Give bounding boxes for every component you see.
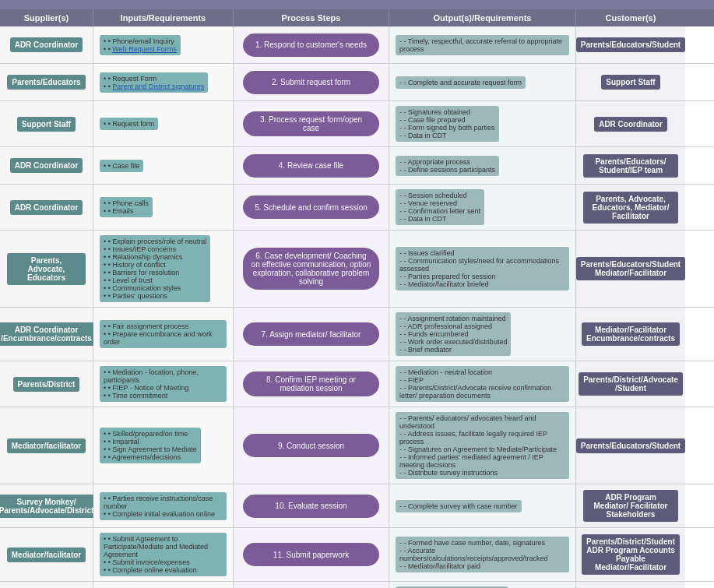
customer-cell: Parents/Educators/Student Mediator/Facil… bbox=[576, 231, 685, 307]
input-item: • Level of trust bbox=[104, 276, 206, 284]
inputs-cell: • Case file bbox=[93, 147, 234, 184]
inputs-cell: • Phone calls• Emails bbox=[93, 185, 234, 230]
process-box: 3. Process request form/open case bbox=[243, 111, 379, 136]
input-item: • Request form bbox=[104, 120, 154, 128]
output-item: - Parties prepared for session bbox=[399, 273, 565, 280]
output-cell: - Case close form completed- Outcome rec… bbox=[389, 582, 576, 588]
inputs-box: • Submit Agreement to Participate/Mediat… bbox=[100, 533, 227, 576]
supplier-cell: Parents, Advocate, Educators bbox=[0, 231, 93, 307]
col-header-3: Output(s)/Requirements bbox=[389, 9, 576, 26]
customer-label: ADR Program Mediator/ Facilitator Stakeh… bbox=[583, 490, 678, 522]
output-item: - Address issues, facilitate legally req… bbox=[399, 430, 565, 445]
input-item: • Time commitment bbox=[104, 392, 223, 400]
customer-cell: Mediator/Facilitator Encumbrance/contrac… bbox=[576, 308, 685, 361]
customer-cell: Parents/Educators/Student bbox=[576, 407, 685, 484]
output-item: - Brief mediator bbox=[399, 346, 507, 354]
output-item: - Define sessions participants bbox=[399, 166, 495, 174]
output-box: - Complete survey with case number bbox=[396, 500, 522, 512]
customer-cell: Parents/District/Student ADR Program Acc… bbox=[576, 528, 685, 581]
input-item: • History of conflict bbox=[104, 261, 206, 269]
process-cell: 1. Respond to customer's needs bbox=[234, 26, 389, 63]
output-box: - Complete and accurate request form bbox=[396, 76, 526, 89]
process-box: 11. Submit paperwork bbox=[243, 543, 379, 566]
input-item: • Submit invoice/expenses bbox=[104, 558, 223, 566]
customer-cell: Parents, Advocate, Educators, Mediator/ … bbox=[576, 185, 685, 230]
inputs-cell: • Explain process/role of neutral• Issue… bbox=[93, 231, 234, 307]
supplier-cell: ADR Coordinator bbox=[0, 26, 93, 63]
output-item: - Complete survey with case number bbox=[399, 502, 518, 510]
output-item: - Work order executed/distributed bbox=[399, 338, 507, 346]
inputs-box: • Parties receive instructions/case numb… bbox=[100, 492, 227, 520]
process-cell: 5. Schedule and confirm session bbox=[234, 185, 389, 230]
inputs-cell: • Verifies accuracy of paperwork• Review… bbox=[93, 582, 234, 588]
input-item: • Communication styles bbox=[104, 284, 206, 292]
supplier-label: Parents/Educators bbox=[7, 75, 85, 90]
customer-label: Parents, Advocate, Educators, Mediator/ … bbox=[583, 192, 678, 224]
process-box: 6. Case development/ Coaching on effecti… bbox=[243, 248, 379, 290]
process-box: 7. Assign mediator/ facilitator bbox=[243, 322, 379, 346]
customer-cell: Support Staff bbox=[576, 64, 685, 100]
input-item: • Barriers for resolution bbox=[104, 269, 206, 276]
inputs-box: • Fair assignment process• Prepare encum… bbox=[100, 320, 227, 348]
input-item: • Web Request Forms bbox=[104, 45, 177, 53]
inputs-box: • Request form bbox=[100, 118, 158, 130]
output-item: - Confirmation letter sent bbox=[399, 207, 480, 215]
table-row: Mediator/facilitator• Skilled/prepared/o… bbox=[0, 407, 714, 484]
output-box: - Session scheduled- Venue reserved- Con… bbox=[396, 189, 484, 225]
output-cell: - Parents/ educators/ advocates heard an… bbox=[389, 407, 576, 484]
col-header-1: Inputs/Requirements bbox=[93, 9, 234, 26]
table-row: Survey Monkey/ Parents/Advocate/District… bbox=[0, 484, 714, 528]
output-cell: - Timely, respectful, accurate referral … bbox=[389, 26, 576, 63]
page: Supplier(s)Inputs/RequirementsProcess St… bbox=[0, 0, 714, 588]
table-row: ADR Coordinator• Case file4. Review case… bbox=[0, 147, 714, 185]
inputs-box: • Case file bbox=[100, 160, 143, 172]
customer-label: Parents/District/Student ADR Program Acc… bbox=[582, 534, 680, 575]
output-item: - Issues clarified bbox=[399, 249, 565, 257]
output-item: - Communication styles/need for accommod… bbox=[399, 257, 565, 273]
table-row: ADR Coordinator• Phone calls• Emails5. S… bbox=[0, 185, 714, 231]
output-cell: - Signatures obtained- Case file prepare… bbox=[389, 101, 576, 146]
customer-label: Parents/Educators/Student Mediator/Facil… bbox=[576, 257, 685, 280]
customer-label: Mediator/Facilitator Encumbrance/contrac… bbox=[582, 322, 680, 346]
output-cell: - Mediation - neutral location- FIEP- Pa… bbox=[389, 361, 576, 407]
output-item: - Parents/District/Advocate receive conf… bbox=[399, 384, 565, 400]
output-item: - Complete and accurate request form bbox=[399, 79, 522, 86]
output-item: - Assignment rotation maintained bbox=[399, 315, 507, 322]
process-cell: 3. Process request form/open case bbox=[234, 101, 389, 146]
inputs-box: • Request Form• Parent and District sign… bbox=[100, 72, 208, 93]
col-header-4: Customer(s) bbox=[576, 9, 685, 26]
supplier-label: ADR Coordinator /Encumbrance/contracts bbox=[0, 322, 97, 346]
input-item: • Complete initial evaluation online bbox=[104, 510, 223, 518]
output-box: - Formed have case number, date, signatu… bbox=[396, 537, 569, 572]
output-item: - Accurate numbers/calculations/receipts… bbox=[399, 547, 565, 562]
col-header-2: Process Steps bbox=[234, 9, 389, 26]
output-box: - Appropriate process- Define sessions p… bbox=[396, 156, 499, 176]
customer-cell: Parents/Educators/ Student/IEP team bbox=[576, 147, 685, 184]
input-item: • Parties' questions bbox=[104, 292, 206, 300]
output-item: - Case file prepared bbox=[399, 116, 495, 124]
inputs-cell: • Skilled/prepared/on time• Impartial• S… bbox=[93, 407, 234, 484]
output-item: - Venue reserved bbox=[399, 199, 480, 207]
inputs-cell: • Request Form• Parent and District sign… bbox=[93, 64, 234, 100]
input-item: • Prepare encumbrance and work order bbox=[104, 330, 223, 346]
supplier-cell: Mediator/facilitator bbox=[0, 528, 93, 581]
inputs-box: • Phone calls• Emails bbox=[100, 197, 153, 217]
table-row: ADR Coordinator• Verifies accuracy of pa… bbox=[0, 582, 714, 588]
inputs-cell: • Submit Agreement to Participate/Mediat… bbox=[93, 528, 234, 581]
output-box: - Signatures obtained- Case file prepare… bbox=[396, 106, 499, 142]
input-item: • Fair assignment process bbox=[104, 322, 223, 330]
output-item: - Form signed by both parties bbox=[399, 124, 495, 132]
output-cell: - Complete survey with case number bbox=[389, 484, 576, 527]
main-title bbox=[0, 0, 714, 9]
output-box: - Timely, respectful, accurate referral … bbox=[396, 35, 569, 55]
inputs-box: • Mediation - location, phone, participa… bbox=[100, 366, 227, 402]
output-box: - Mediation - neutral location- FIEP- Pa… bbox=[396, 366, 569, 402]
supplier-cell: ADR Coordinator bbox=[0, 582, 93, 588]
customer-label: Parents/Educators/Student bbox=[576, 37, 685, 52]
input-item: • Request Form bbox=[104, 75, 204, 83]
col-header-0: Supplier(s) bbox=[0, 9, 93, 26]
input-item: • Issues/IEP concerns bbox=[104, 245, 206, 253]
output-cell: - Formed have case number, date, signatu… bbox=[389, 528, 576, 581]
table-body: ADR Coordinator• Phone/email Inquiry• We… bbox=[0, 26, 714, 588]
input-item: • Relationship dynamics bbox=[104, 253, 206, 261]
